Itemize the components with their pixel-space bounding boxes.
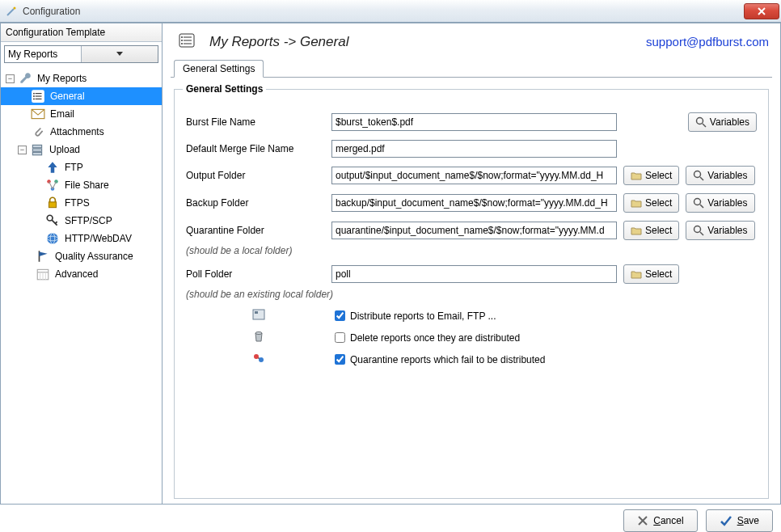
svg-rect-53 bbox=[255, 311, 258, 314]
tree-item-http[interactable]: HTTP/WebDAV bbox=[1, 230, 162, 247]
distribute-checkbox[interactable] bbox=[335, 310, 345, 321]
main-header: My Reports -> General support@pdfburst.c… bbox=[171, 28, 772, 58]
variables-button[interactable]: Variables bbox=[688, 112, 757, 132]
poll-hint: (should be an existing local folder) bbox=[186, 289, 333, 300]
svg-line-45 bbox=[703, 124, 706, 127]
svg-line-49 bbox=[700, 205, 703, 208]
app-icon bbox=[5, 5, 18, 18]
backup-folder-label: Backup Folder bbox=[186, 197, 331, 209]
variables-button[interactable]: Variables bbox=[686, 166, 754, 185]
folder-icon bbox=[631, 197, 642, 209]
distribute-row: Distribute reports to Email, FTP ... bbox=[186, 308, 757, 323]
folder-icon bbox=[631, 225, 642, 236]
tree-item-label: General bbox=[50, 91, 85, 102]
tree-item-label: File Share bbox=[65, 179, 109, 191]
list-icon bbox=[31, 90, 45, 103]
tree-item-sftp[interactable]: SFTP/SCP bbox=[1, 212, 162, 230]
close-button[interactable] bbox=[744, 3, 779, 19]
tree-item-advanced[interactable]: Advanced bbox=[1, 265, 162, 283]
svg-point-27 bbox=[47, 233, 58, 244]
wrench-icon bbox=[18, 72, 32, 85]
svg-point-54 bbox=[255, 332, 262, 335]
select-button[interactable]: Select bbox=[623, 264, 679, 284]
svg-point-42 bbox=[181, 40, 183, 41]
tree-item-general[interactable]: General bbox=[1, 87, 162, 105]
quarantine-row: Quarantine reports which fail to be dist… bbox=[186, 352, 757, 367]
output-folder-input[interactable] bbox=[331, 167, 617, 184]
envelope-icon bbox=[31, 108, 45, 120]
default-merge-input[interactable] bbox=[331, 140, 617, 158]
variables-button[interactable]: Variables bbox=[686, 221, 754, 240]
tree-item-label: Quality Assurance bbox=[55, 251, 133, 262]
svg-line-51 bbox=[700, 232, 703, 235]
list-icon bbox=[179, 33, 195, 50]
general-settings-group: General Settings Burst File Name Variabl… bbox=[174, 89, 769, 499]
sidebar-tree: − My Reports General Email Attachments bbox=[1, 66, 162, 504]
quarantine-folder-input[interactable] bbox=[331, 222, 617, 239]
main-frame: Configuration Template My Reports − My R… bbox=[0, 23, 781, 505]
svg-marker-31 bbox=[40, 251, 48, 256]
cancel-button[interactable]: Cancel bbox=[623, 509, 697, 532]
svg-marker-17 bbox=[48, 162, 57, 173]
server-icon bbox=[30, 143, 44, 156]
tree-item-label: Email bbox=[50, 108, 74, 120]
tree-item-my-reports[interactable]: − My Reports bbox=[1, 70, 162, 87]
chevron-down-icon bbox=[81, 46, 158, 62]
sidebar: Configuration Template My Reports − My R… bbox=[1, 23, 163, 504]
quarantine-hint: (should be a local folder) bbox=[186, 245, 331, 256]
select-button[interactable]: Select bbox=[623, 221, 679, 240]
distribute-label: Distribute reports to Email, FTP ... bbox=[350, 310, 496, 322]
select-button[interactable]: Select bbox=[623, 166, 679, 185]
template-combo[interactable]: My Reports bbox=[4, 45, 158, 63]
svg-line-22 bbox=[53, 182, 57, 189]
svg-point-10 bbox=[33, 93, 35, 95]
button-label: Variables bbox=[707, 225, 747, 236]
save-button[interactable]: Save bbox=[706, 509, 773, 532]
quarantine-checkbox[interactable] bbox=[335, 354, 345, 365]
titlebar: Configuration bbox=[0, 0, 781, 23]
tree-item-attachments[interactable]: Attachments bbox=[1, 123, 162, 141]
tree-item-fileshare[interactable]: File Share bbox=[1, 176, 162, 194]
magnifier-icon bbox=[695, 116, 707, 128]
svg-point-1 bbox=[14, 6, 16, 9]
delete-checkbox[interactable] bbox=[335, 332, 345, 343]
svg-line-21 bbox=[49, 182, 53, 189]
tree-item-label: Upload bbox=[49, 144, 80, 155]
support-link[interactable]: support@pdfburst.com bbox=[646, 35, 769, 49]
burst-file-name-input[interactable] bbox=[331, 113, 617, 131]
bottom-bar: Cancel Save bbox=[0, 505, 781, 532]
magnifier-icon bbox=[693, 197, 704, 209]
collapse-icon[interactable]: − bbox=[6, 74, 15, 83]
svg-rect-52 bbox=[253, 310, 264, 319]
poll-folder-input[interactable] bbox=[331, 265, 617, 283]
button-label: Variables bbox=[707, 170, 747, 181]
button-label: Save bbox=[737, 515, 759, 526]
svg-marker-4 bbox=[116, 52, 123, 56]
button-label: Select bbox=[645, 268, 672, 280]
magnifier-icon bbox=[693, 170, 704, 181]
variables-button[interactable]: Variables bbox=[686, 193, 754, 213]
quarantine-label: Quarantine reports which fail to be dist… bbox=[350, 354, 545, 365]
svg-rect-23 bbox=[49, 202, 57, 208]
svg-point-50 bbox=[694, 226, 701, 233]
tree-item-qa[interactable]: Quality Assurance bbox=[1, 247, 162, 265]
sidebar-header: Configuration Template bbox=[1, 23, 162, 42]
collapse-icon[interactable]: − bbox=[18, 146, 27, 154]
check-icon bbox=[720, 515, 732, 526]
select-button[interactable]: Select bbox=[623, 193, 679, 213]
tree-item-upload[interactable]: − Upload bbox=[1, 141, 162, 158]
svg-point-12 bbox=[33, 98, 35, 99]
svg-point-48 bbox=[694, 199, 701, 205]
quarantine-folder-label: Quarantine Folder bbox=[186, 225, 331, 236]
backup-folder-input[interactable] bbox=[331, 194, 617, 212]
svg-point-46 bbox=[694, 171, 701, 178]
folder-icon bbox=[631, 268, 642, 280]
tree-item-email[interactable]: Email bbox=[1, 105, 162, 123]
tree-item-ftp[interactable]: FTP bbox=[1, 158, 162, 176]
button-label: Select bbox=[645, 197, 672, 209]
tab-general-settings[interactable]: General Settings bbox=[174, 60, 264, 78]
tree-item-ftps[interactable]: FTPS bbox=[1, 194, 162, 212]
svg-rect-15 bbox=[32, 149, 41, 151]
default-merge-label: Default Merge File Name bbox=[186, 143, 331, 154]
svg-point-43 bbox=[181, 43, 183, 44]
